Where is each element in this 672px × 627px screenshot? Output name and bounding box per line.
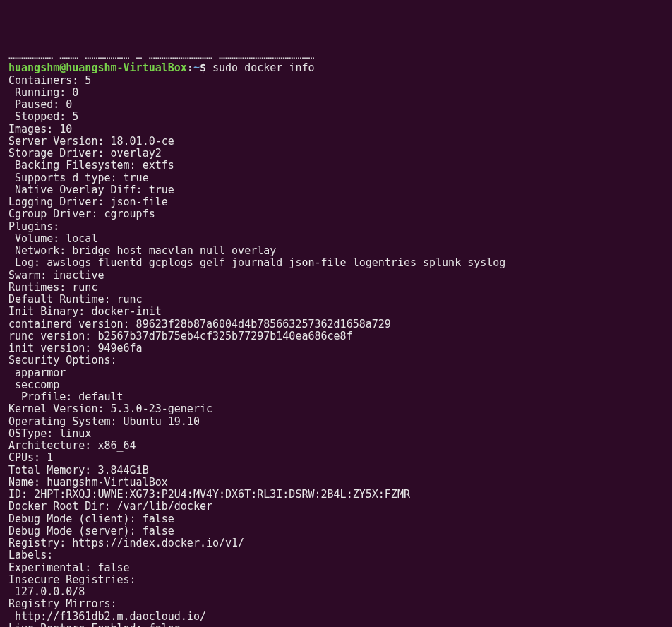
prompt-at: @ [59, 61, 66, 74]
prompt-path: ~ [193, 61, 200, 74]
prompt-user: huangshm [8, 61, 59, 74]
docker-info-output: Containers: 5 Running: 0 Paused: 0 Stopp… [8, 74, 505, 628]
prompt-host: huangshm-VirtualBox [66, 61, 187, 74]
prompt-colon: : [187, 61, 193, 74]
prompt-dollar: $ [200, 61, 206, 74]
terminal-window[interactable]: ………………… ……… ………………… … ………………………… …………………… [8, 50, 672, 627]
truncated-previous-output: ………………… ……… ………………… … ………………………… …………………… [8, 49, 314, 62]
command-1: sudo docker info [212, 61, 315, 74]
